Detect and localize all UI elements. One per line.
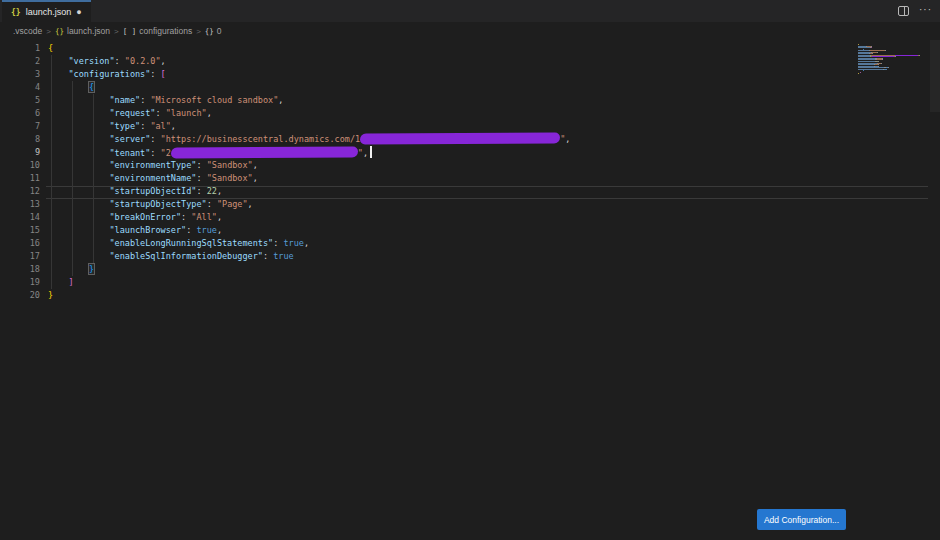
line-number: 15 <box>0 224 40 237</box>
code-token: true <box>273 251 293 261</box>
code-line-5[interactable]: "name": "Microsoft cloud sandbox", <box>48 94 570 107</box>
code-line-11[interactable]: "environmentName": "Sandbox", <box>48 172 570 185</box>
code-token: "type" <box>48 121 140 131</box>
breadcrumb-item-0[interactable]: {}0 <box>205 26 222 36</box>
split-editor-icon[interactable] <box>898 6 909 16</box>
code-line-12[interactable]: "startupObjectId": 22, <box>48 185 570 198</box>
code-token: true <box>283 238 303 248</box>
breadcrumb-item-configurations[interactable]: [ ]configurations <box>123 26 192 36</box>
breadcrumb-item--vscode[interactable]: .vscode <box>13 26 42 36</box>
breadcrumb-separator: > <box>114 27 119 36</box>
code-token: "0.2.0" <box>125 56 161 66</box>
code-content[interactable]: { "version": "0.2.0", "configurations": … <box>48 42 570 302</box>
code-token: "name" <box>48 95 140 105</box>
code-token: , <box>217 186 222 196</box>
breadcrumb: .vscode>{}launch.json>[ ]configurations>… <box>0 22 940 40</box>
breadcrumb-item-launch-json[interactable]: {}launch.json <box>55 26 110 36</box>
code-line-4[interactable]: { <box>48 81 570 94</box>
code-token: "Page" <box>217 199 248 209</box>
line-number: 17 <box>0 250 40 263</box>
minimap[interactable] <box>858 44 928 75</box>
code-token: , <box>161 56 166 66</box>
code-token: : <box>196 160 206 170</box>
line-number: 6 <box>0 107 40 120</box>
breadcrumb-label: launch.json <box>67 26 110 36</box>
scrollbar[interactable] <box>930 40 940 112</box>
code-token: , <box>253 160 258 170</box>
code-token: : <box>196 186 206 196</box>
code-token: "launch" <box>166 108 207 118</box>
code-line-10[interactable]: "environmentType": "Sandbox", <box>48 159 570 172</box>
redaction-marker <box>360 132 560 144</box>
code-line-17[interactable]: "enableSqlInformationDebugger": true <box>48 250 570 263</box>
breadcrumb-label: configurations <box>139 26 192 36</box>
code-line-14[interactable]: "breakOnError": "All", <box>48 211 570 224</box>
code-line-9[interactable]: "tenant": "2", <box>48 146 570 159</box>
line-number: 11 <box>0 172 40 185</box>
code-token: "al" <box>150 121 170 131</box>
code-token: "version" <box>48 56 115 66</box>
code-line-16[interactable]: "enableLongRunningSqlStatements": true, <box>48 237 570 250</box>
code-token: , <box>565 134 570 144</box>
code-token: "All" <box>191 212 217 222</box>
code-line-8[interactable]: "server": "https://businesscentral.dynam… <box>48 133 570 146</box>
breadcrumb-label: 0 <box>217 26 222 36</box>
line-number: 3 <box>0 68 40 81</box>
code-token: } <box>48 290 53 300</box>
code-token: "Microsoft cloud sandbox" <box>150 95 278 105</box>
minimap-segment <box>895 55 918 56</box>
code-token: "enableLongRunningSqlStatements" <box>48 238 273 248</box>
code-line-15[interactable]: "launchBrowser": true, <box>48 224 570 237</box>
add-configuration-button[interactable]: Add Configuration... <box>757 509 846 530</box>
code-token <box>48 264 89 274</box>
code-line-20[interactable]: } <box>48 289 570 302</box>
code-token: { <box>89 82 94 92</box>
code-token: "environmentName" <box>48 173 196 183</box>
minimap-segment <box>871 47 872 48</box>
line-number: 8 <box>0 133 40 146</box>
code-token: : <box>181 212 191 222</box>
minimap-segment <box>863 70 864 71</box>
editor-tab-bar: {} launch.json ● ··· <box>0 0 940 22</box>
line-number: 19 <box>0 276 40 289</box>
minimap-segment <box>919 55 920 56</box>
code-line-7[interactable]: "type": "al", <box>48 120 570 133</box>
code-line-1[interactable]: { <box>48 42 570 55</box>
code-line-6[interactable]: "request": "launch", <box>48 107 570 120</box>
editor-actions: ··· <box>898 0 932 22</box>
code-token: "configurations" <box>48 69 150 79</box>
line-number: 2 <box>0 55 40 68</box>
code-token: : <box>263 251 273 261</box>
code-token: , <box>217 225 222 235</box>
code-token: ] <box>68 277 73 287</box>
tab-launch-json[interactable]: {} launch.json ● <box>2 0 91 22</box>
code-token: "launchBrowser" <box>48 225 186 235</box>
line-number: 4 <box>0 81 40 94</box>
line-number: 5 <box>0 94 40 107</box>
minimap-segment <box>858 73 859 74</box>
code-token: "https://businesscentral.dynamics.com/1 <box>161 134 361 144</box>
code-token: : <box>140 121 150 131</box>
line-number: 16 <box>0 237 40 250</box>
code-token: , <box>207 108 212 118</box>
code-line-3[interactable]: "configurations": [ <box>48 68 570 81</box>
code-line-2[interactable]: "version": "0.2.0", <box>48 55 570 68</box>
code-line-18[interactable]: } <box>48 263 570 276</box>
code-token: 22 <box>207 186 217 196</box>
code-token: } <box>89 264 94 274</box>
minimap-segment <box>877 52 878 53</box>
code-editor[interactable]: 1234567891011121314151617181920 { "versi… <box>0 40 940 540</box>
code-token: true <box>196 225 216 235</box>
code-token: : <box>207 199 217 209</box>
minimap-segment <box>888 67 889 68</box>
unsaved-changes-dot-icon[interactable]: ● <box>76 8 81 17</box>
more-actions-icon[interactable]: ··· <box>919 5 932 18</box>
code-token: "startupObjectType" <box>48 199 207 209</box>
code-token: "tenant" <box>48 148 150 158</box>
code-line-13[interactable]: "startupObjectType": "Page", <box>48 198 570 211</box>
code-token: , <box>217 212 222 222</box>
code-token <box>48 277 68 287</box>
code-token: "2 <box>161 148 171 158</box>
code-token: , <box>253 173 258 183</box>
code-line-19[interactable]: ] <box>48 276 570 289</box>
